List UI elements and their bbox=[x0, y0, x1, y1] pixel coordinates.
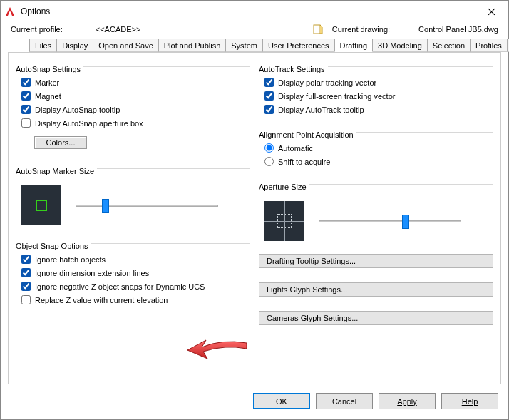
ok-button[interactable]: OK bbox=[253, 393, 310, 409]
tab-drafting[interactable]: Drafting bbox=[334, 39, 374, 52]
group-autotrack-title: AutoTrack Settings bbox=[259, 65, 328, 73]
options-dialog: Options Current profile: <<ACADE>> Curre… bbox=[0, 0, 509, 420]
group-aperture-title: Aperture Size bbox=[259, 183, 309, 191]
aperture-size-slider[interactable] bbox=[319, 220, 461, 222]
tab-system[interactable]: System bbox=[225, 39, 263, 52]
chk-ignore-hatch[interactable]: Ignore hatch objects bbox=[21, 255, 249, 264]
group-alignment: Alignment Point Acquisition Automatic Sh… bbox=[259, 126, 493, 170]
group-marker-size-title: AutoSnap Marker Size bbox=[16, 167, 97, 175]
lights-glyph-settings-button[interactable]: Lights Glyph Settings... bbox=[259, 282, 493, 297]
tab-open-save[interactable]: Open and Save bbox=[93, 39, 158, 52]
settings-buttons: Drafting Tooltip Settings... Lights Glyp… bbox=[259, 254, 493, 325]
profile-value: <<ACADE>> bbox=[96, 25, 141, 34]
cancel-button[interactable]: Cancel bbox=[316, 393, 373, 409]
group-autotrack: AutoTrack Settings Display polar trackin… bbox=[259, 60, 493, 118]
group-autosnap: AutoSnap Settings Marker Magnet Display … bbox=[16, 60, 250, 155]
dialog-button-bar: OK Cancel Apply Help bbox=[1, 384, 508, 419]
meta-row: Current profile: <<ACADE>> Current drawi… bbox=[1, 22, 508, 38]
tab-user-prefs[interactable]: User Preferences bbox=[262, 39, 335, 52]
drafting-tooltip-settings-button[interactable]: Drafting Tooltip Settings... bbox=[259, 254, 493, 268]
tab-display[interactable]: Display bbox=[56, 39, 93, 52]
tab-strip: Files Display Open and Save Plot and Pub… bbox=[22, 38, 501, 52]
drawing-value: Control Panel JB5.dwg bbox=[418, 25, 498, 34]
right-column: AutoTrack Settings Display polar trackin… bbox=[259, 60, 493, 377]
tab-plot-publish[interactable]: Plot and Publish bbox=[158, 39, 227, 52]
tab-selection[interactable]: Selection bbox=[427, 39, 471, 52]
tab-files[interactable]: Files bbox=[29, 39, 57, 52]
chk-ignore-negz[interactable]: Ignore negative Z object snaps for Dynam… bbox=[21, 282, 249, 291]
tab-profiles[interactable]: Profiles bbox=[470, 39, 508, 52]
tab-panel-drafting: AutoSnap Settings Marker Magnet Display … bbox=[8, 52, 501, 384]
close-button[interactable] bbox=[477, 1, 505, 21]
svg-rect-0 bbox=[314, 25, 320, 34]
dialog-title: Options bbox=[21, 6, 473, 16]
apply-button[interactable]: Apply bbox=[379, 393, 436, 409]
rad-shift[interactable]: Shift to acquire bbox=[264, 157, 492, 166]
chk-replace-z[interactable]: Replace Z value with current elevation bbox=[21, 295, 249, 304]
chk-autosnap-tooltip[interactable]: Display AutoSnap tooltip bbox=[21, 105, 249, 114]
cameras-glyph-settings-button[interactable]: Cameras Glyph Settings... bbox=[259, 311, 493, 325]
app-icon bbox=[4, 5, 16, 18]
aperture-preview bbox=[264, 201, 304, 241]
help-button[interactable]: Help bbox=[441, 393, 498, 409]
group-autosnap-title: AutoSnap Settings bbox=[16, 65, 83, 73]
group-aperture-size: Aperture Size bbox=[259, 178, 493, 241]
marker-size-slider[interactable] bbox=[76, 205, 218, 207]
group-osnap-title: Object Snap Options bbox=[16, 242, 91, 250]
chk-autosnap-aperture[interactable]: Display AutoSnap aperture box bbox=[21, 118, 249, 128]
colors-button[interactable]: Colors... bbox=[34, 136, 87, 149]
chk-autotrack-tooltip[interactable]: Display AutoTrack tooltip bbox=[264, 105, 492, 114]
chk-polar-vector[interactable]: Display polar tracking vector bbox=[264, 78, 492, 87]
tab-3d-modeling[interactable]: 3D Modeling bbox=[372, 39, 428, 52]
group-marker-size: AutoSnap Marker Size bbox=[16, 162, 250, 225]
chk-fullscreen-vector[interactable]: Display full-screen tracking vector bbox=[264, 91, 492, 101]
left-column: AutoSnap Settings Marker Magnet Display … bbox=[16, 60, 250, 377]
group-osnap: Object Snap Options Ignore hatch objects… bbox=[16, 237, 250, 309]
drawing-label: Current drawing: bbox=[332, 25, 390, 34]
chk-ignore-dim[interactable]: Ignore dimension extension lines bbox=[21, 268, 249, 277]
chk-marker[interactable]: Marker bbox=[21, 78, 249, 87]
chk-magnet[interactable]: Magnet bbox=[21, 91, 249, 101]
titlebar: Options bbox=[1, 1, 508, 22]
group-alignment-title: Alignment Point Acquisition bbox=[259, 130, 356, 139]
dwg-icon bbox=[312, 24, 324, 35]
marker-preview bbox=[21, 185, 61, 225]
profile-label: Current profile: bbox=[11, 25, 63, 34]
rad-automatic[interactable]: Automatic bbox=[264, 143, 492, 153]
